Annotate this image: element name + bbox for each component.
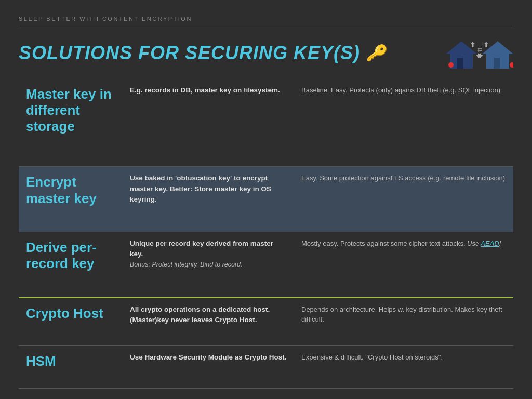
table-row-master-key-storage: Master key in different storageE.g. reco…	[19, 79, 513, 167]
key-icon: 🔑	[366, 44, 386, 62]
desc-text: E.g. records in DB, master key on filesy…	[130, 86, 280, 94]
svg-text:⇄: ⇄	[477, 46, 482, 52]
notes-text: Depends on architecture. Helps w. key di…	[301, 305, 502, 324]
row-label-hsm: HSM	[19, 346, 123, 389]
row-label-encrypt-master-key: Encrypt master key	[19, 167, 123, 232]
desc-text: Use Hardware Security Module as Crypto H…	[130, 353, 287, 361]
svg-rect-6	[494, 58, 500, 69]
svg-text:⬆: ⬆	[470, 41, 476, 49]
table-row-crypto-host: Crypto HostAll crypto operations on a de…	[19, 298, 513, 346]
notes-text: Expensive & difficult. "Crypto Host on s…	[301, 353, 443, 361]
row-notes-encrypt-master-key: Easy. Some protection against FS access …	[294, 167, 513, 232]
divider	[19, 26, 513, 26]
notes-text: Baseline. Easy. Protects (only) agains D…	[301, 86, 500, 94]
row-label-master-key-storage: Master key in different storage	[19, 79, 123, 167]
svg-point-3	[448, 62, 454, 68]
svg-rect-2	[457, 58, 463, 69]
row-label-derive-per-record: Derive per-record key	[19, 232, 123, 297]
row-desc-encrypt-master-key: Use baked in 'obfuscation key' to encryp…	[123, 167, 294, 232]
desc-text: Use baked in 'obfuscation key' to encryp…	[130, 174, 271, 203]
notes-text: Easy. Some protection against FS access …	[301, 174, 505, 182]
aead-link[interactable]: AEAD	[481, 240, 499, 247]
row-desc-master-key-storage: E.g. records in DB, master key on filesy…	[123, 79, 294, 167]
desc-text: All crypto operations on a dedicated hos…	[130, 305, 270, 324]
table-row-derive-per-record: Derive per-record keyUnique per record k…	[19, 232, 513, 297]
row-notes-hsm: Expensive & difficult. "Crypto Host on s…	[294, 346, 513, 389]
subtitle: SLEEP BETTER WITH CONTENT ENCRYPTION	[19, 16, 513, 22]
notes-text: Mostly easy. Protects against some ciphe…	[301, 240, 501, 247]
desc-text: Unique per record key derived from maste…	[130, 240, 273, 258]
row-notes-derive-per-record: Mostly easy. Protects against some ciphe…	[294, 232, 513, 297]
main-title: SOLUTIONS FOR SECURING KEY(S) 🔑	[19, 42, 386, 64]
row-desc-crypto-host: All crypto operations on a dedicated hos…	[123, 298, 294, 346]
table-row-hsm: HSMUse Hardware Security Module as Crypt…	[19, 346, 513, 389]
row-notes-master-key-storage: Baseline. Easy. Protects (only) agains D…	[294, 79, 513, 167]
table-row-encrypt-master-key: Encrypt master keyUse baked in 'obfuscat…	[19, 167, 513, 232]
page-container: SLEEP BETTER WITH CONTENT ENCRYPTION SOL…	[0, 0, 532, 399]
svg-text:⬆: ⬆	[483, 41, 489, 49]
bonus-text: Bonus: Protect integrity. Bind to record…	[130, 261, 243, 268]
header-row: SOLUTIONS FOR SECURING KEY(S) 🔑 ⬆ ⇄	[19, 36, 513, 70]
header-illustration: ⬆ ⇄ ⬆	[446, 36, 513, 70]
row-desc-hsm: Use Hardware Security Module as Crypto H…	[123, 346, 294, 389]
row-desc-derive-per-record: Unique per record key derived from maste…	[123, 232, 294, 297]
row-notes-crypto-host: Depends on architecture. Helps w. key di…	[294, 298, 513, 346]
title-text: SOLUTIONS FOR SECURING KEY(S)	[19, 42, 360, 64]
row-label-crypto-host: Crypto Host	[19, 298, 123, 346]
svg-point-7	[510, 62, 513, 68]
solutions-table: Master key in different storageE.g. reco…	[19, 79, 513, 389]
icon-cluster: ⬆ ⇄ ⬆	[446, 36, 513, 70]
